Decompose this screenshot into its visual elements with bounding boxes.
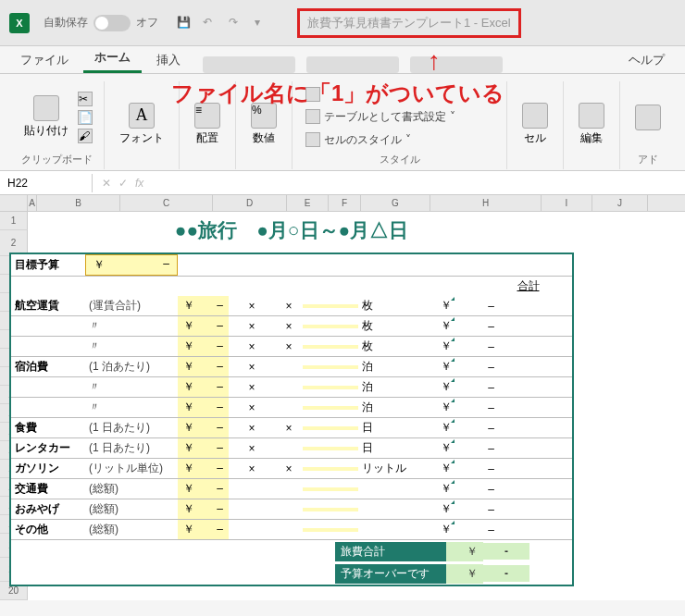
times2-cell [275,528,303,532]
name-box[interactable]: H22 [0,174,93,192]
times-cell [229,487,275,491]
enter-icon[interactable]: ✓ [118,177,128,190]
amount-cell[interactable]: ￥ – [178,398,229,417]
note-cell[interactable]: (総額) [85,499,178,519]
qty-cell[interactable] [303,487,358,491]
qty-cell[interactable] [303,467,358,471]
amount-cell[interactable]: ￥ – [178,520,229,539]
undo-icon[interactable]: ↶ [203,16,218,31]
qty-cell[interactable] [303,345,358,349]
col-A[interactable]: A [28,195,37,211]
cells-label: セル [524,130,546,146]
qty-cell[interactable] [303,304,358,308]
document-content: ●●旅行 ●月○日～●月△日 目標予算 ￥ – 合計 航空運賃(運賃合計)￥ –… [9,212,574,586]
category-cell[interactable] [11,386,85,389]
edit-button[interactable]: 編集 [575,99,608,150]
redo-icon[interactable]: ↷ [229,16,243,31]
note-cell[interactable]: (総額) [85,520,178,539]
category-cell[interactable]: ガソリン [11,459,85,478]
copy-icon[interactable]: 📄 [78,110,93,125]
category-cell[interactable]: レンタカー [11,438,85,458]
number-label: 数値 [253,130,275,146]
col-H[interactable]: H [430,195,542,211]
toggle-icon[interactable] [93,15,131,31]
qty-cell[interactable] [303,426,358,430]
amount-cell[interactable]: ￥ – [178,499,229,519]
font-icon: A [129,103,155,129]
paste-icon [33,95,59,121]
times2-cell [275,487,303,491]
amount-cell[interactable]: ￥ – [178,418,229,437]
amount-cell[interactable]: ￥ – [178,479,229,499]
category-cell[interactable] [11,345,85,349]
format-painter-icon[interactable]: 🖌 [78,129,93,143]
note-cell[interactable]: (運賃合計) [85,296,178,315]
goal-input-cell[interactable]: ￥ – [85,254,178,276]
fx-icon[interactable]: fx [135,177,143,190]
note-cell[interactable]: (1 日あたり) [85,418,178,437]
note-cell[interactable]: 〃 [85,316,178,336]
subtotal-yen: ￥ [414,337,455,356]
amount-cell[interactable]: ￥ – [178,438,229,458]
col-D[interactable]: D [213,195,287,211]
times2-cell [275,508,303,511]
col-C[interactable]: C [120,195,213,211]
autosave-toggle[interactable]: 自動保存 オフ [44,15,158,31]
note-cell[interactable]: 〃 [85,398,178,417]
qty-cell[interactable] [303,528,358,532]
tab-help[interactable]: ヘルプ [617,47,676,73]
note-cell[interactable]: (総額) [85,479,178,499]
cells-button[interactable]: セル [518,99,552,150]
amount-cell[interactable]: ￥ – [178,316,229,336]
category-cell[interactable]: おみやげ [11,499,85,519]
amount-cell[interactable]: ￥ – [178,337,229,356]
col-B[interactable]: B [37,195,120,211]
col-E[interactable]: E [287,195,329,211]
note-cell[interactable]: (1 日あたり) [85,438,178,458]
select-all-corner[interactable] [0,195,28,211]
col-J[interactable]: J [592,195,648,211]
save-icon[interactable]: 💾 [177,16,192,31]
category-cell[interactable] [11,406,85,410]
cell-style-button[interactable]: セルのスタイル ˅ [304,130,495,150]
amount-cell[interactable]: ￥ – [178,357,229,376]
table-row: おみやげ(総額)￥ –￥– [11,499,572,520]
category-cell[interactable]: 交通費 [11,479,85,499]
category-cell[interactable]: 航空運賃 [11,296,85,315]
amount-cell[interactable]: ￥ – [178,377,229,397]
note-cell[interactable]: 〃 [85,377,178,397]
table-format-button[interactable]: テーブルとして書式設定 ˅ [304,107,495,127]
category-cell[interactable]: その他 [11,520,85,539]
customize-qat-icon[interactable]: ▾ [255,16,269,31]
note-cell[interactable]: 〃 [85,337,178,356]
amount-cell[interactable]: ￥ – [178,459,229,478]
cancel-icon[interactable]: ✕ [102,177,111,190]
col-G[interactable]: G [361,195,430,211]
blurred-tabs [306,56,399,73]
addin-button[interactable] [631,101,665,134]
qty-cell[interactable] [303,406,358,410]
unit-cell: 日 [358,438,414,458]
tab-insert[interactable]: 挿入 [145,47,192,73]
category-cell[interactable]: 食費 [11,418,85,437]
category-cell[interactable] [11,325,85,328]
qty-cell[interactable] [303,508,358,511]
note-cell[interactable]: (リットル単位) [85,459,178,478]
category-cell[interactable]: 宿泊費 [11,357,85,376]
paste-button[interactable]: 貼り付け [20,92,72,142]
subtotal-yen: ￥ [414,377,455,397]
qty-cell[interactable] [303,447,358,450]
qty-cell[interactable] [303,386,358,389]
amount-cell[interactable]: ￥ – [178,296,229,315]
qty-cell[interactable] [303,365,358,369]
col-F[interactable]: F [329,195,361,211]
autosave-state: オフ [136,15,158,31]
cut-icon[interactable]: ✂ [78,92,93,106]
col-I[interactable]: I [542,195,592,211]
font-button[interactable]: Aフォント [116,99,168,150]
tab-file[interactable]: ファイル [9,47,80,73]
note-cell[interactable]: (1 泊あたり) [85,357,178,376]
tab-home[interactable]: ホーム [83,44,142,73]
qty-cell[interactable] [303,325,358,328]
sum-val: - [483,565,529,582]
